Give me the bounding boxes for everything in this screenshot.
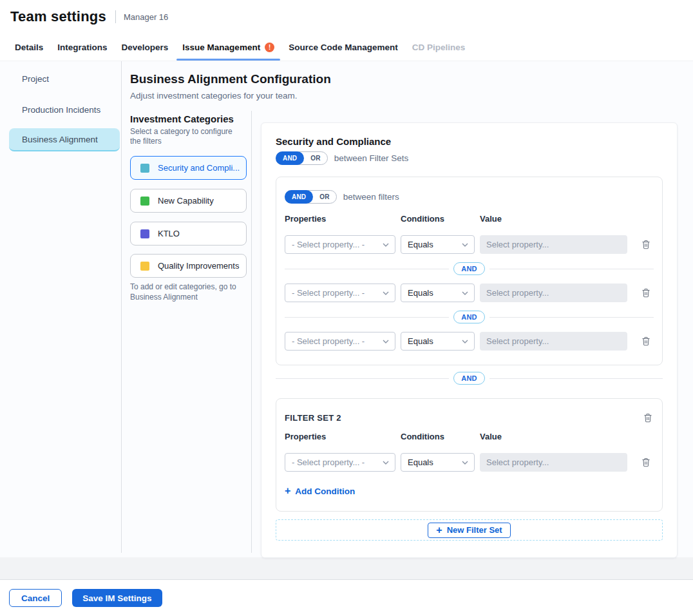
value-input — [480, 235, 627, 254]
sidebar-divider — [121, 61, 122, 553]
section-title: Business Alignment Configuration — [130, 72, 331, 86]
page-header: Team settings Manager 16 — [0, 0, 693, 34]
and-connector: AND — [285, 262, 654, 275]
condition-select[interactable]: Equals — [401, 284, 475, 302]
new-filter-set-button[interactable]: + New Filter Set — [428, 523, 510, 538]
and-pill: AND — [453, 311, 484, 323]
between-filters-label: between filters — [343, 192, 399, 202]
condition-select[interactable]: Equals — [401, 332, 475, 351]
value-input — [480, 453, 627, 472]
chevron-down-icon — [462, 243, 468, 247]
sidebar-item-production-incidents[interactable]: Production Incidents — [0, 102, 121, 117]
delete-filter-button[interactable] — [640, 456, 652, 468]
chevron-down-icon — [383, 243, 389, 247]
trash-icon — [641, 336, 650, 346]
property-select[interactable]: - Select property... - — [285, 332, 395, 351]
category-new-capability[interactable]: New Capability — [130, 189, 247, 213]
investment-categories-title: Investment Categories — [130, 113, 234, 124]
filter-configuration-panel: Security and Compliance AND OR between F… — [261, 122, 678, 558]
category-quality-improvements[interactable]: Quality Improvements — [130, 254, 247, 278]
delete-filter-button[interactable] — [640, 335, 652, 347]
property-select[interactable]: - Select property... - — [285, 235, 395, 254]
toggle-or-option[interactable]: OR — [304, 155, 327, 162]
chevron-down-icon — [383, 461, 389, 465]
chevron-down-icon — [462, 340, 468, 343]
tab-issue-management[interactable]: Issue Management ! — [175, 34, 281, 61]
filter-row: - Select property... - Equals — [285, 453, 654, 472]
new-filter-set-zone: + New Filter Set — [276, 519, 663, 541]
page-subtitle: Manager 16 — [115, 10, 168, 23]
investment-categories-hint: Select a category to configure the filte… — [130, 127, 241, 146]
chevron-down-icon — [383, 291, 389, 295]
categories-footnote: To add or edit categories, go to Busines… — [130, 282, 246, 302]
trash-icon — [643, 413, 652, 423]
save-im-settings-button[interactable]: Save IM Settings — [72, 589, 162, 607]
value-header: Value — [480, 424, 627, 445]
filter-column-headers: Properties Conditions Value — [285, 206, 654, 227]
condition-select[interactable]: Equals — [401, 453, 475, 472]
plus-icon: + — [436, 525, 442, 535]
property-select[interactable]: - Select property... - — [285, 453, 395, 472]
bottom-band — [0, 557, 693, 579]
toggle-and-option[interactable]: AND — [285, 190, 313, 204]
and-connector-between-sets: AND — [276, 372, 663, 385]
tab-developers[interactable]: Developers — [115, 34, 176, 61]
toggle-or-option[interactable]: OR — [313, 193, 336, 200]
delete-filter-button[interactable] — [640, 238, 652, 251]
toggle-and-option[interactable]: AND — [276, 151, 304, 165]
category-color-swatch — [140, 164, 149, 173]
add-condition-button[interactable]: + Add Condition — [285, 486, 355, 496]
filter-column-headers: Properties Conditions Value — [285, 424, 654, 445]
categories-divider — [251, 111, 252, 553]
value-input — [480, 284, 627, 302]
category-security-and-compliance[interactable]: Security and Compli... — [130, 156, 247, 180]
cancel-button[interactable]: Cancel — [9, 589, 62, 607]
condition-select[interactable]: Equals — [401, 235, 475, 254]
filter-row: - Select property... - Equals — [285, 235, 654, 254]
category-color-swatch — [140, 262, 149, 271]
sidebar-item-project[interactable]: Project — [0, 71, 121, 86]
delete-filter-set-button[interactable] — [642, 412, 654, 424]
conditions-header: Conditions — [401, 206, 475, 227]
tab-cd-pipelines: CD Pipelines — [405, 34, 473, 61]
value-input — [480, 332, 627, 351]
trash-icon — [641, 240, 650, 249]
tab-bar: Details Integrations Developers Issue Ma… — [0, 34, 693, 61]
filter-set-1: AND OR between filters Properties Condit… — [276, 177, 663, 365]
tab-source-code-management[interactable]: Source Code Management — [281, 34, 405, 61]
selected-category-title: Security and Compliance — [276, 136, 663, 147]
properties-header: Properties — [285, 206, 395, 227]
filter-row: - Select property... - Equals — [285, 284, 654, 302]
category-color-swatch — [140, 229, 149, 238]
plus-icon: + — [285, 486, 290, 496]
value-header: Value — [480, 206, 627, 227]
properties-header: Properties — [285, 424, 395, 445]
trash-icon — [641, 457, 650, 467]
between-filter-sets-label: between Filter Sets — [334, 153, 409, 163]
filter-set-2-title: FILTER SET 2 — [285, 412, 341, 423]
conditions-header: Conditions — [401, 424, 475, 445]
section-subtitle: Adjust investment categories for your te… — [130, 91, 298, 101]
page-title: Team settings — [10, 8, 106, 25]
and-pill: AND — [453, 372, 484, 385]
property-select[interactable]: - Select property... - — [285, 284, 395, 302]
action-footer: Cancel Save IM Settings — [0, 579, 693, 616]
category-ktlo[interactable]: KTLO — [130, 222, 247, 245]
and-pill: AND — [453, 262, 484, 275]
filter-row: - Select property... - Equals — [285, 332, 654, 351]
and-connector: AND — [285, 311, 654, 323]
delete-filter-button[interactable] — [640, 287, 652, 299]
filter-sets-and-or-toggle[interactable]: AND OR — [276, 151, 328, 165]
tab-details[interactable]: Details — [8, 34, 50, 61]
team-settings-page: Team settings Manager 16 Details Integra… — [0, 0, 693, 616]
sidebar-item-business-alignment[interactable]: Business Alignment — [9, 128, 120, 151]
trash-icon — [641, 288, 650, 298]
chevron-down-icon — [383, 340, 389, 343]
filter-set-2: FILTER SET 2 Properties Conditions Value… — [276, 398, 663, 512]
alert-badge-icon: ! — [265, 43, 274, 52]
filters-and-or-toggle[interactable]: AND OR — [285, 190, 337, 204]
chevron-down-icon — [462, 291, 468, 295]
tab-integrations[interactable]: Integrations — [50, 34, 114, 61]
category-color-swatch — [140, 197, 149, 206]
chevron-down-icon — [462, 461, 468, 465]
